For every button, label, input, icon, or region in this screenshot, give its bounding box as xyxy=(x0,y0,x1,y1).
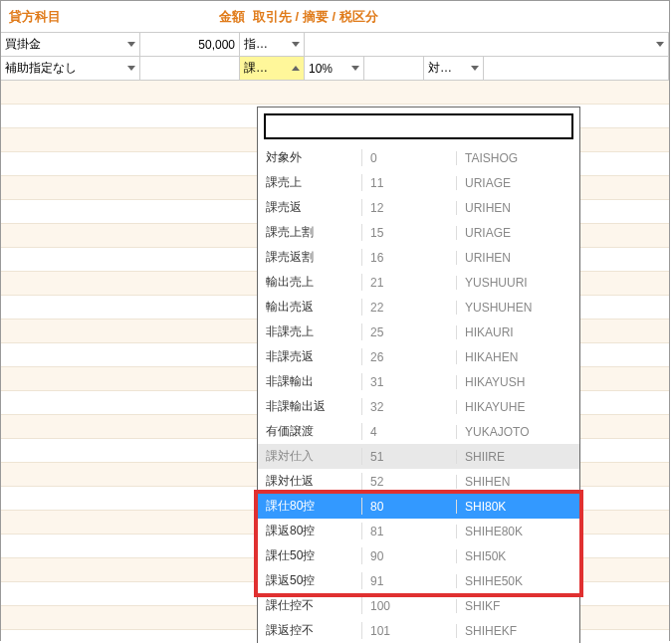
chevron-down-icon xyxy=(656,42,664,47)
tax-dropdown-panel: 対象外0TAISHOG課売上11URIAGE課売返12URIHEN課売上割15U… xyxy=(257,107,580,643)
dropdown-item[interactable]: 課仕50控90SHI50K xyxy=(258,543,579,568)
dropdown-item-roman: SHIHE50K xyxy=(457,574,579,588)
dropdown-item-name: 非課売上 xyxy=(258,323,362,340)
dropdown-item-code: 101 xyxy=(362,624,457,638)
target-dropdown[interactable]: 対… xyxy=(424,57,484,80)
aux-value: 補助指定なし xyxy=(5,60,77,77)
dropdown-item-code: 90 xyxy=(362,549,457,563)
dropdown-item-name: 課対仕返 xyxy=(258,473,362,490)
dropdown-item-roman: TAISHOG xyxy=(457,151,579,165)
account-dropdown[interactable]: 買掛金 xyxy=(1,33,140,56)
dropdown-item-roman: SHIHEKF xyxy=(457,624,579,638)
dropdown-list: 対象外0TAISHOG課売上11URIAGE課売返12URIHEN課売上割15U… xyxy=(258,145,579,643)
dropdown-item[interactable]: 課売上割15URIAGE xyxy=(258,220,579,245)
search-input[interactable] xyxy=(264,113,573,139)
dropdown-item-code: 21 xyxy=(362,276,457,290)
dropdown-item-roman: URIHEN xyxy=(457,251,579,265)
grid-header: 貸方科目 金額 取引先 / 摘要 / 税区分 xyxy=(1,1,669,33)
dropdown-item-roman: YUSHUURI xyxy=(457,276,579,290)
blank-cell xyxy=(364,57,424,80)
dropdown-item-roman: URIAGE xyxy=(457,226,579,240)
blank-cell xyxy=(140,57,240,80)
partner-dropdown[interactable]: 指… xyxy=(240,33,305,56)
rate-dropdown[interactable]: 10% xyxy=(305,57,364,80)
dropdown-item-code: 12 xyxy=(362,201,457,215)
dropdown-item-name: 課返80控 xyxy=(258,523,362,539)
dropdown-item[interactable]: 輸出売上21YUSHUURI xyxy=(258,270,579,295)
dropdown-item-name: 非課輸出返 xyxy=(258,398,362,415)
dropdown-item[interactable]: 課対仕入51SHIIRE xyxy=(258,444,579,469)
dropdown-item-name: 輸出売返 xyxy=(258,299,362,316)
dropdown-item-code: 100 xyxy=(362,599,457,613)
dropdown-item-roman: HIKAYUHE xyxy=(457,400,579,414)
chevron-down-icon xyxy=(127,42,135,47)
dropdown-item-name: 課仕50控 xyxy=(258,547,362,564)
dropdown-item-code: 51 xyxy=(362,450,457,464)
dropdown-item[interactable]: 課返80控81SHIHE80K xyxy=(258,519,579,543)
dropdown-item[interactable]: 課仕控不100SHIKF xyxy=(258,593,579,618)
dropdown-item-name: 課売上割 xyxy=(258,224,362,241)
dropdown-item-code: 22 xyxy=(362,301,457,315)
dropdown-item-name: 非課輸出 xyxy=(258,373,362,390)
dropdown-item-name: 輸出売上 xyxy=(258,274,362,291)
dropdown-item[interactable]: 非課輸出返32HIKAYUHE xyxy=(258,394,579,419)
dropdown-item-name: 課売返割 xyxy=(258,249,362,266)
amount-value: 50,000 xyxy=(198,38,235,52)
dropdown-item-name: 課売返 xyxy=(258,199,362,216)
dropdown-item-code: 4 xyxy=(362,425,457,439)
dropdown-item[interactable]: 課仕80控80SHI80K xyxy=(258,494,579,519)
amount-cell[interactable]: 50,000 xyxy=(140,33,240,56)
blank-cell xyxy=(484,57,669,80)
account-value: 買掛金 xyxy=(5,36,41,53)
dropdown-item-name: 課対仕入 xyxy=(258,448,362,465)
dropdown-item-code: 16 xyxy=(362,251,457,265)
rate-value: 10% xyxy=(309,62,333,76)
dropdown-item[interactable]: 課売上11URIAGE xyxy=(258,170,579,195)
dropdown-item[interactable]: 課対仕返52SHIHEN xyxy=(258,469,579,494)
entry-row-2: 補助指定なし 課… 10% 対… xyxy=(1,57,669,81)
dropdown-item-roman: SHIKF xyxy=(457,599,579,613)
dropdown-item[interactable]: 課売返割16URIHEN xyxy=(258,245,579,270)
dropdown-item-roman: SHI50K xyxy=(457,549,579,563)
summary-dropdown[interactable] xyxy=(305,33,669,56)
chevron-down-icon xyxy=(292,42,300,47)
dropdown-item-roman: HIKAURI xyxy=(457,325,579,339)
dropdown-item-code: 52 xyxy=(362,475,457,489)
dropdown-item[interactable]: 非課輸出31HIKAYUSH xyxy=(258,369,579,394)
dropdown-item[interactable]: 有価譲渡4YUKAJOTO xyxy=(258,419,579,444)
dropdown-item-roman: YUKAJOTO xyxy=(457,425,579,439)
target-value: 対… xyxy=(428,60,452,77)
entry-row-1: 買掛金 50,000 指… xyxy=(1,33,669,57)
dropdown-item-roman: SHIHEN xyxy=(457,475,579,489)
chevron-up-icon xyxy=(292,66,300,71)
dropdown-item-code: 11 xyxy=(362,176,457,190)
aux-dropdown[interactable]: 補助指定なし xyxy=(1,57,140,80)
dropdown-item[interactable]: 非課売返26HIKAHEN xyxy=(258,344,579,369)
dropdown-item[interactable]: 課返控不101SHIHEKF xyxy=(258,618,579,643)
header-amount: 金額 xyxy=(153,8,253,26)
dropdown-item[interactable]: 対象外0TAISHOG xyxy=(258,145,579,170)
dropdown-item[interactable]: 課返50控91SHIHE50K xyxy=(258,568,579,593)
chevron-down-icon xyxy=(351,66,359,71)
dropdown-item-name: 有価譲渡 xyxy=(258,423,362,440)
dropdown-item[interactable]: 非課売上25HIKAURI xyxy=(258,320,579,344)
dropdown-item-roman: YUSHUHEN xyxy=(457,301,579,315)
dropdown-item-code: 32 xyxy=(362,400,457,414)
partner-value: 指… xyxy=(244,36,268,53)
dropdown-item-code: 91 xyxy=(362,574,457,588)
dropdown-item[interactable]: 輸出売返22YUSHUHEN xyxy=(258,295,579,320)
dropdown-item[interactable]: 課売返12URIHEN xyxy=(258,195,579,220)
dropdown-item-roman: URIAGE xyxy=(457,176,579,190)
header-account: 貸方科目 xyxy=(9,8,153,26)
dropdown-item-code: 31 xyxy=(362,375,457,389)
dropdown-item-roman: SHI80K xyxy=(457,500,579,514)
tax-dropdown[interactable]: 課… xyxy=(240,57,305,80)
dropdown-item-code: 80 xyxy=(362,500,457,514)
chevron-down-icon xyxy=(471,66,479,71)
dropdown-item-code: 81 xyxy=(362,525,457,538)
dropdown-item-code: 26 xyxy=(362,350,457,364)
dropdown-item-roman: SHIIRE xyxy=(457,450,579,464)
dropdown-item-code: 0 xyxy=(362,151,457,165)
dropdown-item-roman: SHIHE80K xyxy=(457,525,579,538)
dropdown-item-roman: HIKAYUSH xyxy=(457,375,579,389)
